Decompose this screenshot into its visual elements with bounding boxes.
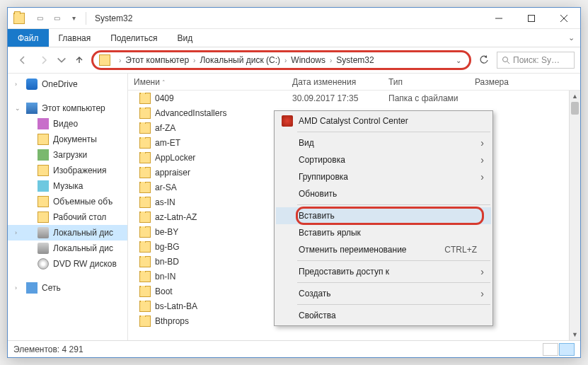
sidebar-item[interactable]: Загрузки <box>8 147 127 163</box>
item-icon <box>38 118 49 129</box>
chevron-right-icon[interactable]: › <box>119 57 121 64</box>
column-date[interactable]: Дата изменения <box>287 77 383 87</box>
amd-icon <box>282 115 293 127</box>
search-placeholder: Поиск: Sy… <box>513 55 560 65</box>
close-button[interactable] <box>548 8 580 29</box>
search-icon <box>502 56 510 64</box>
column-headers: Имени ˄ Дата изменения Тип Размера <box>128 74 580 91</box>
svg-point-4 <box>503 57 508 62</box>
scroll-up-icon[interactable]: ▲ <box>570 91 580 102</box>
cm-amd[interactable]: AMD Catalyst Control Center <box>276 112 491 129</box>
svg-line-5 <box>507 62 509 64</box>
sidebar-item[interactable]: Музыка <box>8 178 127 194</box>
folder-icon <box>139 93 151 104</box>
cm-share[interactable]: Предоставить доступ к <box>276 263 491 280</box>
item-icon <box>38 243 49 254</box>
folder-icon <box>139 256 151 267</box>
item-icon <box>38 149 49 161</box>
folder-icon <box>139 137 151 149</box>
qat-dropdown-icon[interactable]: ▾ <box>66 11 81 26</box>
cloud-icon <box>26 79 38 90</box>
status-bar: Элементов: 4 291 <box>8 340 580 357</box>
scroll-down-icon[interactable]: ▼ <box>570 329 580 340</box>
sidebar-item[interactable]: Видео <box>8 116 127 132</box>
folder-icon <box>99 54 110 66</box>
folder-icon <box>139 271 151 282</box>
chevron-right-icon[interactable]: › <box>193 57 195 64</box>
breadcrumb-item[interactable]: Локальный диск (C:) <box>200 55 280 65</box>
folder-icon <box>139 301 151 312</box>
file-list-pane: Имени ˄ Дата изменения Тип Размера 04093… <box>128 74 580 340</box>
column-name[interactable]: Имени ˄ <box>128 77 287 87</box>
qat-newfolder-icon[interactable]: ▭ <box>49 11 64 26</box>
view-details-button[interactable] <box>543 343 558 356</box>
scroll-track[interactable] <box>570 102 580 329</box>
ribbon-expand-icon[interactable]: ⌄ <box>562 29 580 47</box>
cm-properties[interactable]: Свойства <box>276 307 491 324</box>
column-type[interactable]: Тип <box>383 77 469 87</box>
folder-icon <box>139 241 151 253</box>
separator <box>86 12 86 25</box>
folder-icon <box>13 13 25 24</box>
address-bar[interactable]: › Этот компьютер › Локальный диск (C:) ›… <box>91 50 471 70</box>
sidebar-item[interactable]: Объемные объ <box>8 194 127 209</box>
search-input[interactable]: Поиск: Sy… <box>497 52 575 69</box>
scrollbar[interactable]: ▲ ▼ <box>569 91 580 340</box>
folder-icon <box>139 182 151 193</box>
chevron-right-icon[interactable]: › <box>284 57 287 64</box>
refresh-button[interactable] <box>476 52 492 68</box>
qat-properties-icon[interactable]: ▭ <box>32 11 47 26</box>
cm-paste[interactable]: Вставить <box>276 207 491 224</box>
nav-up-button[interactable] <box>70 51 88 69</box>
breadcrumb-item[interactable]: System32 <box>336 55 374 65</box>
folder-icon <box>139 286 151 297</box>
nav-recent-dropdown[interactable] <box>56 51 67 69</box>
separator <box>297 204 490 205</box>
cm-view[interactable]: Вид <box>276 134 491 151</box>
ribbon-tab-share[interactable]: Поделиться <box>100 29 167 47</box>
cm-refresh[interactable]: Обновить <box>276 185 491 202</box>
folder-icon <box>139 315 151 327</box>
view-large-button[interactable] <box>559 343 575 356</box>
cm-group[interactable]: Группировка <box>276 168 491 185</box>
sidebar-thispc[interactable]: ⌄Этот компьютер <box>8 100 127 116</box>
breadcrumb-item[interactable]: Windows <box>291 55 325 65</box>
breadcrumb-item[interactable]: Этот компьютер <box>125 55 189 65</box>
sidebar-item[interactable]: Локальный дис <box>8 241 127 256</box>
cm-paste-shortcut[interactable]: Вставить ярлык <box>276 224 491 241</box>
nav-back-button[interactable] <box>13 51 32 69</box>
minimize-button[interactable] <box>483 8 515 29</box>
item-icon <box>38 165 49 176</box>
folder-icon <box>139 226 151 238</box>
separator <box>297 282 490 283</box>
sidebar-item[interactable]: Изображения <box>8 163 127 178</box>
status-text: Элементов: 4 291 <box>13 344 83 354</box>
cm-sort[interactable]: Сортировка <box>276 151 491 168</box>
scroll-thumb[interactable] <box>571 102 579 115</box>
chevron-right-icon: › <box>15 81 17 88</box>
maximize-button[interactable] <box>515 8 548 29</box>
quick-access-toolbar: ▭ ▭ ▾ <box>32 11 81 26</box>
chevron-right-icon: › <box>15 284 17 291</box>
window-title: System32 <box>95 13 132 23</box>
column-size[interactable]: Размера <box>469 77 580 87</box>
ribbon-file-tab[interactable]: Файл <box>8 29 49 47</box>
sidebar-item[interactable]: Документы <box>8 132 127 147</box>
folder-icon <box>139 197 151 208</box>
item-icon <box>38 258 49 270</box>
view-switcher <box>543 343 575 356</box>
address-dropdown-icon[interactable]: ⌄ <box>454 57 463 64</box>
nav-forward-button[interactable] <box>35 51 53 69</box>
cm-undo-rename[interactable]: Отменить переименованиеCTRL+Z <box>276 241 491 258</box>
ribbon-tab-view[interactable]: Вид <box>167 29 202 47</box>
sidebar-onedrive[interactable]: ›OneDrive <box>8 76 127 92</box>
file-row[interactable]: 040930.09.2017 17:35Папка с файлами <box>128 91 580 105</box>
chevron-right-icon[interactable]: › <box>330 57 332 64</box>
sidebar-item[interactable]: ›Локальный дис <box>8 225 127 241</box>
sidebar-item[interactable]: DVD RW дисков <box>8 256 127 272</box>
ribbon-tab-home[interactable]: Главная <box>49 29 101 47</box>
sidebar-network[interactable]: ›Сеть <box>8 280 127 296</box>
sidebar-item[interactable]: Рабочий стол <box>8 209 127 225</box>
item-icon <box>38 196 49 207</box>
cm-create[interactable]: Создать <box>276 285 491 302</box>
